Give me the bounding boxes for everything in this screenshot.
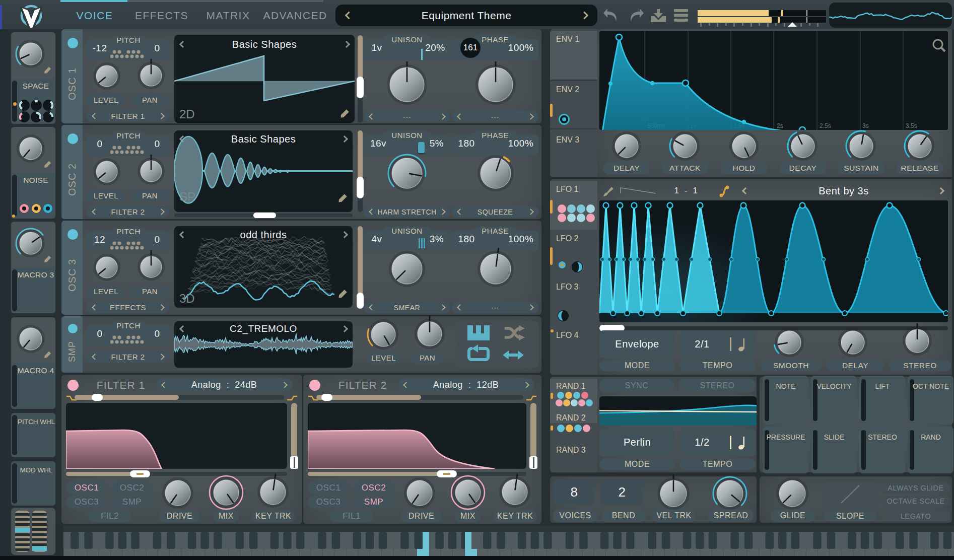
- svg-text:2s: 2s: [777, 122, 783, 129]
